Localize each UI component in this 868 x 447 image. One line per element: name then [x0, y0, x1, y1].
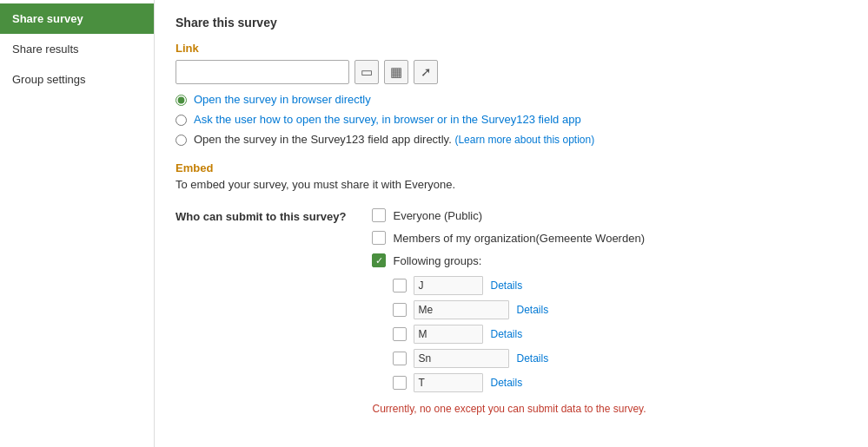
sidebar: Share survey Share results Group setting… [0, 0, 155, 447]
radio-item-field-app: Open the survey in the Survey123 field a… [176, 133, 847, 146]
group-item: J Details [393, 276, 847, 295]
groups-list: J Details Me Details M Details [393, 276, 847, 392]
group-t-name: T [414, 373, 483, 392]
link-section: Link ▭ ▦ ➚ Open the survey in browser di… [176, 42, 847, 146]
group-sn-name: Sn [414, 349, 509, 368]
who-options: Everyone (Public) Members of my organiza… [372, 208, 847, 415]
radio-group: Open the survey in browser directly Ask … [176, 93, 847, 146]
group-item: Sn Details [393, 349, 847, 368]
group-j-checkbox[interactable] [393, 279, 407, 293]
embed-text: To embed your survey, you must share it … [176, 178, 847, 191]
learn-more-link[interactable]: (Learn more about this option) [454, 134, 594, 146]
section-title: Share this survey [176, 16, 847, 30]
checkbox-org-members-box[interactable] [372, 231, 386, 245]
sidebar-item-share-results[interactable]: Share results [0, 34, 154, 64]
external-link-button[interactable]: ➚ [414, 60, 438, 84]
checkbox-org-members: Members of my organization(Gemeente Woer… [372, 231, 847, 245]
group-m-details-link[interactable]: Details [490, 328, 522, 340]
embed-section: Embed To embed your survey, you must sha… [176, 161, 847, 191]
radio-label-browser-direct: Open the survey in browser directly [194, 93, 371, 106]
sidebar-item-label: Group settings [12, 73, 86, 86]
who-label: Who can submit to this survey? [176, 208, 346, 415]
group-m-name: M [414, 325, 483, 344]
group-j-details-link[interactable]: Details [490, 279, 522, 292]
external-link-icon: ➚ [421, 64, 432, 80]
radio-label-field-app: Open the survey in the Survey123 field a… [194, 133, 594, 146]
warning-text: Currently, no one except you can submit … [372, 403, 847, 415]
qr-icon: ▦ [390, 64, 402, 80]
group-t-details-link[interactable]: Details [490, 377, 522, 389]
qr-button[interactable]: ▦ [384, 60, 408, 84]
main-content: Share this survey Link ▭ ▦ ➚ Open the su… [155, 0, 868, 447]
radio-browser-direct[interactable] [176, 95, 187, 106]
group-sn-details-link[interactable]: Details [516, 352, 548, 365]
link-label: Link [176, 42, 847, 55]
sidebar-item-share-survey[interactable]: Share survey [0, 3, 154, 34]
radio-field-app[interactable] [176, 135, 187, 146]
checkbox-following-groups-box[interactable]: ✓ [372, 253, 386, 267]
checkbox-following-groups: ✓ Following groups: [372, 253, 847, 267]
group-me-checkbox[interactable] [393, 303, 407, 317]
radio-item-ask-user: Ask the user how to open the survey, in … [176, 113, 847, 126]
sidebar-item-group-settings[interactable]: Group settings [0, 64, 154, 95]
copy-icon: ▭ [361, 64, 373, 80]
group-me-details-link[interactable]: Details [516, 304, 548, 316]
embed-title: Embed [176, 161, 847, 174]
group-item: Me Details [393, 300, 847, 319]
radio-item-browser-direct: Open the survey in browser directly [176, 93, 847, 106]
group-j-name: J [414, 276, 483, 295]
checkbox-everyone-label: Everyone (Public) [393, 209, 482, 222]
link-row: ▭ ▦ ➚ [176, 60, 847, 84]
group-item: M Details [393, 325, 847, 344]
group-item: T Details [393, 373, 847, 392]
checkbox-org-members-label: Members of my organization(Gemeente Woer… [393, 232, 645, 245]
group-sn-checkbox[interactable] [393, 352, 407, 365]
radio-ask-user[interactable] [176, 115, 187, 126]
link-input[interactable] [176, 60, 349, 84]
sidebar-item-label: Share survey [12, 12, 83, 25]
checkbox-following-groups-label: Following groups: [393, 254, 481, 267]
group-t-checkbox[interactable] [393, 376, 407, 390]
sidebar-item-label: Share results [12, 43, 79, 56]
checkbox-everyone-box[interactable] [372, 208, 386, 222]
copy-button[interactable]: ▭ [354, 60, 379, 84]
group-m-checkbox[interactable] [393, 327, 407, 341]
checkbox-everyone: Everyone (Public) [372, 208, 847, 222]
who-section: Who can submit to this survey? Everyone … [176, 208, 847, 415]
radio-label-ask-user: Ask the user how to open the survey, in … [194, 113, 581, 126]
group-me-name: Me [414, 300, 509, 319]
